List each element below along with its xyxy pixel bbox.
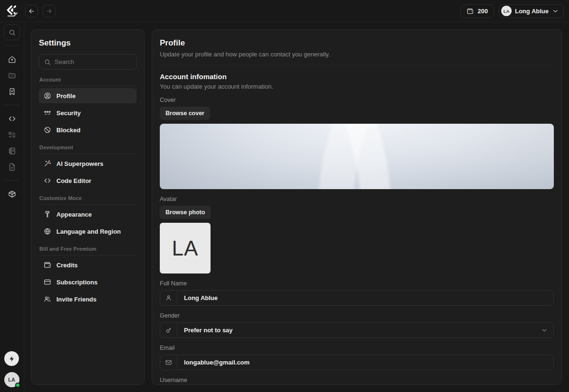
settings-panel: Settings AccountProfileSecurityBlockedDe… bbox=[31, 29, 145, 385]
account-information-subtitle: You can update your account information. bbox=[160, 83, 554, 90]
user-icon bbox=[165, 294, 172, 301]
notebook-icon bbox=[8, 147, 16, 155]
email-label: Email bbox=[160, 345, 554, 351]
rail-item-folder[interactable] bbox=[4, 67, 20, 83]
zap-icon bbox=[9, 356, 15, 362]
user-menu-button[interactable]: LA Long Ablue bbox=[499, 4, 564, 18]
rail-item-bookmark[interactable] bbox=[4, 83, 20, 100]
sidebar-item-label: Invite Friends bbox=[56, 296, 97, 303]
user-circle-icon bbox=[44, 92, 51, 100]
ban-icon bbox=[44, 126, 51, 134]
arrow-left-icon bbox=[28, 8, 35, 15]
folder-icon bbox=[8, 72, 16, 80]
profile-avatar: LA bbox=[160, 223, 211, 273]
email-input[interactable] bbox=[177, 355, 553, 370]
sidebar-item-security[interactable]: Security bbox=[39, 105, 137, 120]
rail-bottom: LA bbox=[0, 351, 23, 387]
sidebar-item-profile[interactable]: Profile bbox=[39, 88, 137, 103]
rail-divider bbox=[4, 105, 19, 105]
sidebar-item-appearance[interactable]: Appearance bbox=[39, 207, 137, 222]
avatar-label: Avatar bbox=[160, 196, 554, 202]
rail-divider bbox=[4, 46, 19, 46]
sidebar-item-subscriptions[interactable]: Subscriptions bbox=[39, 274, 137, 290]
page-title: Profile bbox=[160, 38, 554, 48]
mail-icon bbox=[165, 359, 172, 366]
wallet-icon bbox=[44, 261, 51, 269]
search-icon bbox=[9, 29, 16, 36]
input-icon-cell bbox=[160, 355, 177, 370]
rail-item-file[interactable] bbox=[4, 159, 20, 175]
credits-value: 200 bbox=[477, 8, 488, 15]
sidebar-item-label: Subscriptions bbox=[56, 279, 98, 286]
browse-cover-button[interactable]: Browse cover bbox=[160, 107, 210, 120]
sidebar-item-label: AI Superpowers bbox=[56, 160, 103, 167]
password-icon bbox=[44, 109, 51, 117]
sidebar-item-label: Security bbox=[56, 109, 81, 117]
credits-button[interactable]: 200 bbox=[460, 4, 494, 18]
cover-image bbox=[160, 124, 554, 189]
arrow-right-icon bbox=[46, 8, 53, 15]
nav-section-label-account: Account bbox=[39, 77, 136, 86]
back-button[interactable] bbox=[25, 5, 38, 18]
user-avatar: LA bbox=[501, 6, 512, 16]
browse-photo-button[interactable]: Browse photo bbox=[160, 206, 211, 219]
settings-search-input[interactable] bbox=[55, 58, 131, 65]
sidebar-item-label: Credits bbox=[56, 262, 78, 269]
wallet-icon bbox=[467, 8, 474, 15]
file-icon bbox=[8, 163, 16, 171]
cube-icon bbox=[8, 190, 16, 198]
profile-panel: Profile Update your profile and how peop… bbox=[152, 29, 562, 385]
settings-search[interactable] bbox=[39, 54, 137, 70]
gender-select[interactable]: Prefer not to say bbox=[160, 322, 554, 338]
sidebar-item-blocked[interactable]: Blocked bbox=[39, 122, 137, 137]
globe-icon bbox=[44, 228, 51, 235]
input-icon-cell bbox=[160, 323, 177, 337]
rail-item-home[interactable] bbox=[4, 51, 20, 67]
sidebar-item-language-and-region[interactable]: Language and Region bbox=[39, 224, 137, 239]
users-icon bbox=[44, 295, 51, 303]
quick-actions-button[interactable] bbox=[4, 351, 19, 366]
sidebar-item-label: Language and Region bbox=[56, 228, 121, 235]
checklist-icon bbox=[8, 131, 16, 139]
icon-rail: LA bbox=[0, 22, 24, 392]
account-information-title: Account infomation bbox=[160, 73, 554, 81]
rail-item-cube[interactable] bbox=[4, 186, 20, 202]
settings-title: Settings bbox=[39, 38, 137, 48]
nav-section-label-development: Development bbox=[39, 145, 136, 154]
input-icon-cell bbox=[160, 291, 177, 305]
full-name-input[interactable] bbox=[177, 291, 553, 305]
rail-avatar-initials: LA bbox=[8, 377, 15, 383]
forward-button[interactable] bbox=[43, 5, 55, 18]
email-field[interactable] bbox=[160, 355, 554, 370]
rail-search-button[interactable] bbox=[4, 24, 20, 40]
app-logo-icon[interactable] bbox=[5, 3, 20, 18]
cover-label: Cover bbox=[160, 97, 554, 103]
username-label: Username bbox=[160, 377, 554, 383]
page-subtitle: Update your profile and how people can c… bbox=[160, 51, 554, 58]
home-icon bbox=[8, 55, 16, 64]
user-name: Long Ablue bbox=[515, 8, 549, 15]
rail-item-checklist[interactable] bbox=[4, 127, 20, 143]
rail-item-code[interactable] bbox=[4, 110, 20, 127]
topbar: 200 LA Long Ablue bbox=[0, 0, 569, 22]
paintbrush-icon bbox=[44, 210, 51, 218]
rail-item-notebook[interactable] bbox=[4, 143, 20, 159]
sidebar-item-code-editor[interactable]: Code Editor bbox=[39, 173, 137, 188]
bookmark-icon bbox=[8, 88, 16, 96]
header-divider bbox=[160, 65, 554, 65]
sidebar-item-invite-friends[interactable]: Invite Friends bbox=[39, 292, 137, 307]
sidebar-item-label: Blocked bbox=[56, 127, 81, 134]
code-icon bbox=[44, 177, 51, 184]
gender-value: Prefer not to say bbox=[177, 323, 541, 337]
chevron-down-icon bbox=[552, 8, 559, 15]
sidebar-item-credits[interactable]: Credits bbox=[39, 257, 137, 273]
code-icon bbox=[8, 115, 16, 123]
rail-user-avatar[interactable]: LA bbox=[4, 372, 19, 387]
nav-section-label-customize-moce: Customize Moce bbox=[39, 195, 136, 205]
credit-card-icon bbox=[44, 278, 51, 286]
gender-icon bbox=[165, 327, 172, 334]
sidebar-item-label: Appearance bbox=[56, 211, 92, 218]
full-name-field[interactable] bbox=[160, 290, 554, 306]
search-icon bbox=[44, 59, 51, 65]
sidebar-item-ai-superpowers[interactable]: AI Superpowers bbox=[39, 156, 137, 171]
